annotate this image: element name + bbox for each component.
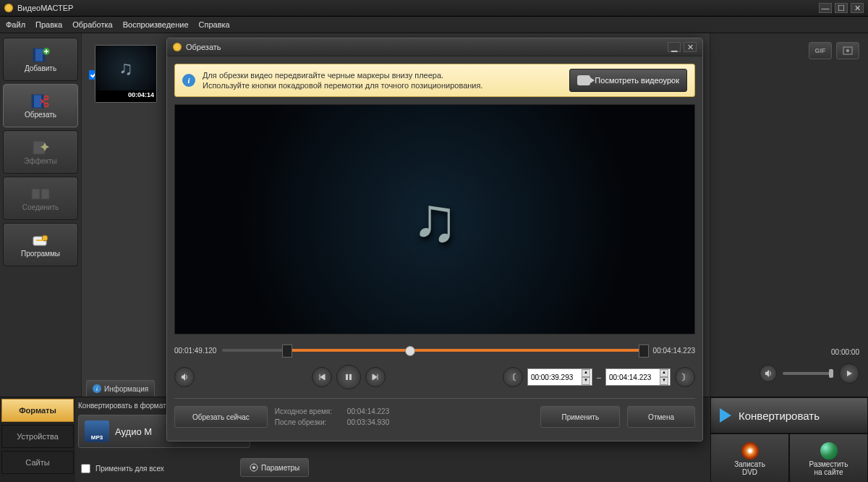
mp3-icon: MP3 <box>85 420 109 442</box>
marker-start[interactable] <box>282 344 292 358</box>
menu-process[interactable]: Обработка <box>72 20 112 29</box>
set-end-button[interactable]: 〕 <box>675 367 695 387</box>
sidebar-join-button[interactable]: Соединить <box>3 177 78 220</box>
svg-rect-20 <box>349 374 352 380</box>
format-tabs: Форматы Устройства Сайты <box>0 397 75 482</box>
src-time-value: 00:04:14.223 <box>347 407 389 415</box>
spinner[interactable]: ▲▼ <box>582 369 590 385</box>
burn-dvd-button[interactable]: Записать DVD <box>710 434 789 482</box>
maximize-button[interactable]: ☐ <box>835 3 848 13</box>
playhead[interactable] <box>405 346 415 356</box>
meta-info: Исходное время:00:04:14.223 После обрезк… <box>275 406 389 428</box>
app-logo-icon <box>4 4 13 12</box>
watch-tutorial-label: Посмотреть видеоурок <box>595 76 679 85</box>
film-join-icon <box>30 186 51 202</box>
trim-start-input[interactable]: ▲▼ <box>527 368 592 386</box>
apply-button[interactable]: Применить <box>540 406 620 428</box>
dialog-title: Обрезать <box>186 43 665 51</box>
cut-now-button[interactable]: Обрезать сейчас <box>174 406 268 428</box>
gear-icon <box>250 463 258 472</box>
volume-button[interactable] <box>760 365 777 382</box>
apply-all-row: Применить для всех <box>78 462 164 475</box>
music-note-icon: ♫ <box>119 57 133 80</box>
preview-time: 00:00:00 <box>831 348 859 356</box>
spinner[interactable]: ▲▼ <box>660 369 668 385</box>
apply-all-label: Применить для всех <box>95 465 164 473</box>
trim-end-input[interactable]: ▲▼ <box>605 368 671 386</box>
film-plus-icon <box>30 47 51 63</box>
marker-end[interactable] <box>639 344 649 358</box>
sidebar-label: Программы <box>21 250 60 258</box>
titlebar: ВидеоМАСТЕР — ☐ ✕ <box>0 0 868 17</box>
dialog-close-button[interactable]: ✕ <box>684 42 697 52</box>
set-start-button[interactable]: 〔 <box>503 367 523 387</box>
publish-button[interactable]: Разместить на сайте <box>789 434 868 482</box>
bracket-left-icon: 〔 <box>509 372 516 383</box>
fullscreen-button[interactable] <box>836 42 859 59</box>
svg-rect-10 <box>32 189 40 199</box>
sidebar: Добавить Обрезать Эффекты Соединить Прог… <box>0 33 81 397</box>
cut-now-label: Обрезать сейчас <box>192 413 250 421</box>
trim-start-field[interactable] <box>529 373 577 382</box>
svg-rect-5 <box>32 95 34 108</box>
dialog-logo-icon <box>173 43 182 51</box>
minimize-button[interactable]: — <box>819 3 832 13</box>
sidebar-effects-button[interactable]: Эффекты <box>3 130 78 174</box>
svg-rect-1 <box>33 48 35 62</box>
tip-line1: Для обрезки видео передвигайте черные ма… <box>203 70 562 80</box>
svg-point-7 <box>45 96 48 99</box>
track[interactable] <box>222 343 647 358</box>
info-tab[interactable]: i Информация <box>86 380 155 397</box>
track-fill <box>286 349 647 352</box>
publish-label: Разместить на сайте <box>809 460 848 476</box>
volume-slider[interactable] <box>783 372 833 375</box>
trim-end-field[interactable] <box>608 373 655 382</box>
tab-formats[interactable]: Форматы <box>1 399 74 422</box>
tip-line2: Используйте кнопки покадровой перемотки … <box>203 80 562 90</box>
gif-button[interactable]: GIF <box>809 42 832 59</box>
tab-devices[interactable]: Устройства <box>1 425 74 448</box>
dialog-minimize-button[interactable]: ▁ <box>668 42 681 52</box>
app-title: ВидеоМАСТЕР <box>17 4 816 12</box>
watch-tutorial-button[interactable]: Посмотреть видеоурок <box>569 69 687 92</box>
time-right: 00:04:14.223 <box>653 347 695 355</box>
convert-arrow-icon <box>720 408 731 423</box>
convert-button[interactable]: Конвертировать <box>710 397 868 434</box>
svg-point-18 <box>252 466 255 469</box>
params-button[interactable]: Параметры <box>240 458 309 477</box>
camera-icon <box>577 75 590 85</box>
after-time-value: 00:03:34.930 <box>347 418 389 426</box>
burn-dvd-label: Записать DVD <box>734 460 765 476</box>
prev-frame-button[interactable] <box>312 367 332 387</box>
menu-playback[interactable]: Воспроизведение <box>123 20 189 29</box>
menu-edit[interactable]: Правка <box>35 20 62 29</box>
timeline: 00:01:49.120 00:04:14.223 <box>174 343 695 358</box>
sidebar-programs-button[interactable]: Программы <box>3 223 78 266</box>
sidebar-add-button[interactable]: Добавить <box>3 38 78 81</box>
play-icon <box>846 370 853 377</box>
separator <box>174 398 695 399</box>
time-left: 00:01:49.120 <box>174 347 216 355</box>
bracket-right-icon: 〕 <box>681 372 689 383</box>
menu-file[interactable]: Файл <box>6 20 25 29</box>
next-frame-button[interactable] <box>365 367 386 387</box>
menu-help[interactable]: Справка <box>199 20 230 29</box>
info-tab-label: Информация <box>104 385 148 393</box>
svg-point-16 <box>846 49 849 52</box>
apply-all-checkbox[interactable] <box>81 464 90 473</box>
dash: – <box>597 373 601 381</box>
sidebar-cut-button[interactable]: Обрезать <box>3 84 78 127</box>
key-icon <box>30 232 51 248</box>
pause-button[interactable] <box>336 365 361 389</box>
dialog-volume-button[interactable] <box>174 367 195 387</box>
after-label: После обрезки: <box>275 417 347 428</box>
cancel-button[interactable]: Отмена <box>627 406 695 428</box>
video-thumbnail[interactable]: ♫ 00:04:14 <box>95 45 157 103</box>
svg-rect-19 <box>346 374 348 380</box>
preview-controls <box>760 363 859 384</box>
gif-label: GIF <box>815 47 826 54</box>
film-sparkle-icon <box>30 140 51 156</box>
play-button[interactable] <box>839 363 859 384</box>
close-button[interactable]: ✕ <box>851 3 864 13</box>
tab-sites[interactable]: Сайты <box>1 451 74 474</box>
